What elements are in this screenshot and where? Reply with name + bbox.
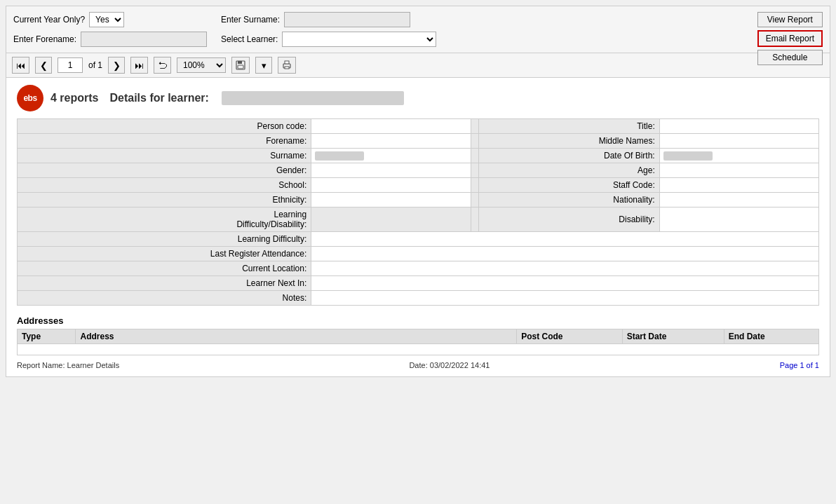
notes-value [311, 291, 819, 306]
learner-next-in-label: Learner Next In: [18, 276, 311, 291]
col-enddate: End Date [724, 329, 818, 344]
person-code-label: Person code: [18, 119, 311, 134]
current-location-value [311, 261, 819, 276]
table-row: Gender: Age: [18, 163, 819, 178]
svg-rect-4 [285, 61, 289, 64]
current-year-group: Current Year Only? Yes No [13, 12, 207, 27]
report-header: ebs 4 reports Details for learner: [17, 85, 819, 111]
surname-detail-value [311, 149, 471, 163]
nationality-value [659, 193, 818, 207]
disability-value [659, 207, 818, 232]
print-button[interactable] [278, 57, 296, 74]
col-address: Address [76, 329, 517, 344]
filter-bar: Current Year Only? Yes No Enter Forename… [6, 6, 830, 53]
learning-difficulty-label: Learning Difficulty: [18, 232, 311, 247]
age-label: Age: [478, 163, 659, 178]
report-count: 4 reports [50, 92, 98, 104]
learning-difficulty-value [311, 232, 819, 247]
view-report-button[interactable]: View Report [757, 12, 823, 27]
school-value [311, 178, 471, 193]
table-row: Learner Next In: [18, 276, 819, 291]
current-location-label: Current Location: [18, 261, 311, 276]
report-name-value: Learner Details [67, 361, 120, 369]
page-input[interactable] [58, 57, 83, 73]
footer-date: Date: 03/02/2022 14:41 [409, 361, 490, 369]
learner-select[interactable] [282, 32, 436, 47]
middle-names-label: Middle Names: [478, 134, 659, 149]
schedule-button[interactable]: Schedule [757, 50, 823, 65]
learner-group: Select Learner: [221, 32, 436, 47]
dob-blurred [663, 151, 713, 161]
date-value: 03/02/2022 14:41 [430, 361, 490, 369]
save-dropdown-button[interactable]: ▾ [255, 57, 272, 74]
staff-code-label: Staff Code: [478, 178, 659, 193]
learner-name [222, 91, 404, 105]
table-row: Learning Difficulty: [18, 232, 819, 247]
report-footer: Report Name: Learner Details Date: 03/02… [17, 361, 819, 369]
forename-input[interactable] [81, 32, 207, 47]
school-label: School: [18, 178, 311, 193]
svg-rect-5 [285, 67, 289, 69]
save-button[interactable] [231, 57, 250, 74]
next-page-button[interactable]: ❯ [108, 57, 125, 74]
zoom-select[interactable]: 50% 75% 100% 125% 150% 200% [177, 57, 226, 73]
gender-value [311, 163, 471, 178]
filter-right-col: Enter Surname: Select Learner: [221, 12, 436, 47]
last-page-button[interactable]: ⏭ [130, 57, 148, 74]
ethnicity-label: Ethnicity: [18, 193, 311, 207]
first-page-button[interactable]: ⏮ [12, 57, 29, 74]
details-table: Person code: Title: Forename: Middle Nam… [17, 118, 819, 306]
prev-page-button[interactable]: ❮ [35, 57, 52, 74]
learner-label: Select Learner: [221, 34, 278, 44]
addresses-section: Addresses Type Address Post Code Start D… [17, 315, 819, 355]
toolbar: ⏮ ❮ of 1 ❯ ⏭ ⮌ 50% 75% 100% 125% 150% 20… [6, 53, 830, 78]
addresses-header-row: Type Address Post Code Start Date End Da… [18, 329, 819, 344]
forename-detail-label: Forename: [18, 134, 311, 149]
last-register-value [311, 247, 819, 261]
svg-rect-1 [238, 61, 242, 64]
email-report-button[interactable]: Email Report [757, 30, 823, 47]
learning-dd-value [311, 207, 471, 232]
staff-code-value [659, 178, 818, 193]
table-row: Ethnicity: Nationality: [18, 193, 819, 207]
table-row: Person code: Title: [18, 119, 819, 134]
title-label: Title: [478, 119, 659, 134]
date-label: Date: [409, 361, 427, 369]
col-startdate: Start Date [622, 329, 724, 344]
current-year-label: Current Year Only? [13, 15, 85, 25]
forename-label: Enter Forename: [13, 34, 76, 44]
dob-label: Date Of Birth: [478, 149, 659, 163]
forename-group: Enter Forename: [13, 32, 207, 47]
table-row: LearningDifficulty/Disability: Disabilit… [18, 207, 819, 232]
footer-page-info: Page 1 of 1 [780, 361, 819, 369]
table-row: Notes: [18, 291, 819, 306]
svg-rect-2 [238, 65, 243, 69]
person-code-value [311, 119, 471, 134]
col-postcode: Post Code [517, 329, 623, 344]
current-year-select[interactable]: Yes No [89, 12, 124, 27]
report-name-label: Report Name: [17, 361, 65, 369]
ethnicity-value [311, 193, 471, 207]
learning-dd-label: LearningDifficulty/Disability: [18, 207, 311, 232]
addresses-empty-row [18, 344, 819, 355]
surname-input[interactable] [284, 12, 410, 27]
addresses-table: Type Address Post Code Start Date End Da… [17, 329, 819, 355]
report-title: Details for learner: [109, 92, 208, 104]
back-button[interactable]: ⮌ [154, 57, 171, 74]
ebs-logo: ebs [17, 85, 43, 111]
button-group: View Report Email Report Schedule [757, 12, 823, 65]
middle-names-value [659, 134, 818, 149]
notes-label: Notes: [18, 291, 311, 306]
table-row: Current Location: [18, 261, 819, 276]
footer-report-name: Report Name: Learner Details [17, 361, 119, 369]
report-content: ebs 4 reports Details for learner: Perso… [6, 78, 830, 376]
addresses-title: Addresses [17, 315, 819, 326]
nationality-label: Nationality: [478, 193, 659, 207]
forename-detail-value [311, 134, 471, 149]
gender-label: Gender: [18, 163, 311, 178]
table-row: School: Staff Code: [18, 178, 819, 193]
page-of-label: of 1 [88, 60, 102, 70]
table-row: Last Register Attendance: [18, 247, 819, 261]
title-value [659, 119, 818, 134]
col-type: Type [18, 329, 76, 344]
